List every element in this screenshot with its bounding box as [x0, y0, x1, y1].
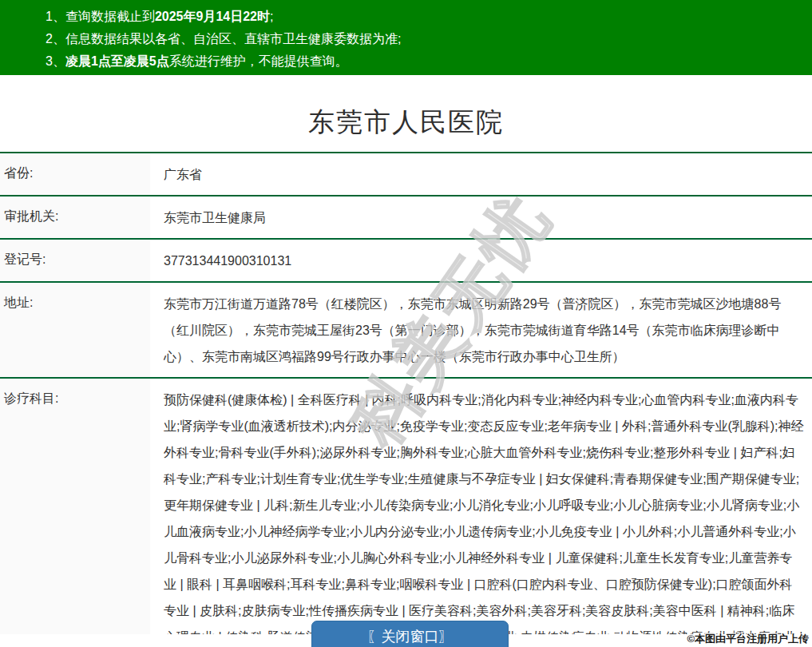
- row-value: 377313441900310131: [150, 240, 812, 281]
- row-value: 广东省: [150, 153, 812, 195]
- notice-banner: 1、查询数据截止到2025年9月14日22时; 2、信息数据结果以各省、自治区、…: [0, 0, 812, 75]
- hospital-info-table: 省份: 广东省 审批机关: 东莞市卫生健康局 登记号: 377313441900…: [0, 152, 812, 634]
- notice-item: 3、凌晨1点至凌晨5点系统进行维护，不能提供查询。: [46, 50, 804, 73]
- row-label: 地址:: [0, 283, 150, 377]
- row-label: 审批机关:: [0, 196, 150, 238]
- notice-item: 2、信息数据结果以各省、自治区、直辖市卫生健康委数据为准;: [46, 28, 804, 50]
- notice-item: 1、查询数据截止到2025年9月14日22时;: [46, 6, 804, 28]
- notice-text: 3、: [46, 54, 65, 68]
- row-label: 省份:: [0, 153, 150, 195]
- notice-text: 系统进行维护，不能提供查询。: [169, 54, 348, 68]
- row-label: 诊疗科目:: [0, 379, 150, 634]
- page-title: 东莞市人民医院: [0, 105, 812, 141]
- table-row-departments: 诊疗科目: 预防保健科(健康体检) | 全科医疗科 | 内科;呼吸内科专业;消化…: [0, 377, 812, 634]
- row-value: 东莞市卫生健康局: [150, 196, 812, 238]
- table-row-registration-number: 登记号: 377313441900310131: [0, 238, 812, 281]
- notice-bold-text: 凌晨1点至凌晨5点: [65, 54, 169, 68]
- row-label: 登记号:: [0, 240, 150, 281]
- uploader-note: ©本图由平台注册用户上传: [687, 632, 809, 646]
- row-value: 预防保健科(健康体检) | 全科医疗科 | 内科;呼吸内科专业;消化内科专业;神…: [150, 379, 812, 634]
- row-value: 东莞市万江街道万道路78号（红楼院区），东莞市东城区明新路29号（普济院区），东…: [150, 283, 812, 377]
- notice-text: 2、信息数据结果以各省、自治区、直辖市卫生健康委数据为准;: [46, 32, 401, 46]
- notice-text: 1、查询数据截止到: [46, 10, 155, 23]
- close-window-button[interactable]: 〖关闭窗口〗: [311, 621, 509, 647]
- notice-text: ;: [270, 10, 273, 23]
- notice-bold-text: 2025年9月14日22时: [155, 10, 270, 23]
- table-row-province: 省份: 广东省: [0, 152, 812, 195]
- table-row-address: 地址: 东莞市万江街道万道路78号（红楼院区），东莞市东城区明新路29号（普济院…: [0, 281, 812, 377]
- table-row-authority: 审批机关: 东莞市卫生健康局: [0, 195, 812, 238]
